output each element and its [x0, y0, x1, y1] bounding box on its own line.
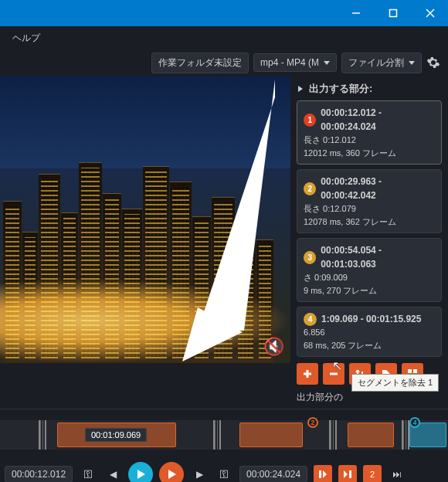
- keyframe-in-icon[interactable]: ⚿: [79, 465, 97, 482]
- chevron-down-icon: [324, 61, 330, 65]
- svg-rect-8: [413, 369, 417, 373]
- timeline-marker[interactable]: [39, 420, 46, 450]
- in-timecode[interactable]: 00:00:12.012: [5, 466, 73, 482]
- working-folder-button[interactable]: 作業フォルダ未設定: [151, 53, 249, 73]
- next-segment-button[interactable]: ⏭: [388, 465, 406, 482]
- timeline-track[interactable]: 2 4 00:01:09.069: [0, 420, 448, 450]
- transport-controls: 00:00:12.012 ⚿ ◀ ▶ ⚿ 00:00:24.024 2 ⏭: [0, 457, 448, 482]
- timeline-clip[interactable]: [239, 423, 303, 447]
- maximize-button[interactable]: [375, 0, 411, 26]
- menu-help[interactable]: ヘルプ: [6, 32, 46, 45]
- set-in-button[interactable]: [314, 465, 332, 482]
- segment-item[interactable]: 200:00:29.963 - 00:00:42.042 長さ 0:12.079…: [297, 169, 442, 233]
- set-out-button[interactable]: [338, 465, 357, 482]
- format-select[interactable]: mp4 - MP4 (M: [253, 53, 337, 72]
- titlebar: [0, 0, 448, 26]
- settings-button[interactable]: [426, 56, 440, 70]
- clip-number: 2: [307, 417, 318, 428]
- prev-frame-button[interactable]: ◀: [104, 465, 122, 482]
- svg-rect-7: [408, 369, 412, 373]
- play-segment-button[interactable]: [159, 462, 184, 482]
- video-preview[interactable]: 🔇: [0, 76, 290, 363]
- svg-rect-12: [349, 470, 351, 478]
- svg-rect-1: [390, 10, 397, 17]
- play-button[interactable]: [128, 462, 153, 482]
- chevron-down-icon: [409, 61, 415, 65]
- menubar: ヘルプ: [0, 26, 448, 49]
- svg-rect-11: [319, 470, 321, 478]
- add-segment-button[interactable]: [297, 363, 318, 385]
- segment-list: 100:00:12.012 - 00:00:24.024 長さ 0:12.012…: [297, 100, 442, 357]
- timeline-marker[interactable]: [213, 420, 221, 450]
- next-frame-button[interactable]: ▶: [190, 465, 209, 482]
- playhead-time: 00:01:09.069: [85, 428, 147, 442]
- timeline-marker[interactable]: [329, 420, 337, 450]
- cursor-icon: ↖: [332, 358, 342, 373]
- mode-select[interactable]: ファイル分割: [341, 53, 422, 73]
- timeline-marker[interactable]: [402, 420, 409, 450]
- mute-icon[interactable]: 🔇: [263, 337, 284, 357]
- minimize-button[interactable]: [338, 0, 374, 26]
- segments-header[interactable]: 出力する部分:: [297, 82, 442, 96]
- keyframe-out-icon[interactable]: ⚿: [215, 465, 233, 482]
- close-button[interactable]: [412, 0, 448, 26]
- segment-item[interactable]: 100:00:12.012 - 00:00:24.024 長さ 0:12.012…: [297, 100, 442, 165]
- timeline-clip[interactable]: [348, 423, 394, 447]
- tooltip: セグメントを除去 1: [351, 374, 439, 392]
- segment-count[interactable]: 2: [363, 465, 382, 482]
- toolbar: 作業フォルダ未設定 mp4 - MP4 (M ファイル分割: [0, 49, 448, 76]
- main-area: 🔇 出力する部分: 100:00:12.012 - 00:00:24.024 長…: [0, 76, 448, 409]
- clip-number: 4: [409, 417, 420, 428]
- output-label: 出力部分の: [297, 391, 442, 404]
- segment-item[interactable]: 300:00:54.054 - 00:01:03.063 さ 0:09.0099…: [297, 238, 442, 302]
- timeline[interactable]: 2 4 00:01:09.069: [0, 409, 448, 457]
- segment-item[interactable]: 41:09.069 - 00:01:15.925 6.85668 ms, 205…: [297, 307, 442, 357]
- app-window: ヘルプ 作業フォルダ未設定 mp4 - MP4 (M ファイル分割 �: [0, 0, 448, 482]
- segments-panel: 出力する部分: 100:00:12.012 - 00:00:24.024 長さ …: [290, 76, 448, 409]
- out-timecode[interactable]: 00:00:24.024: [239, 466, 307, 482]
